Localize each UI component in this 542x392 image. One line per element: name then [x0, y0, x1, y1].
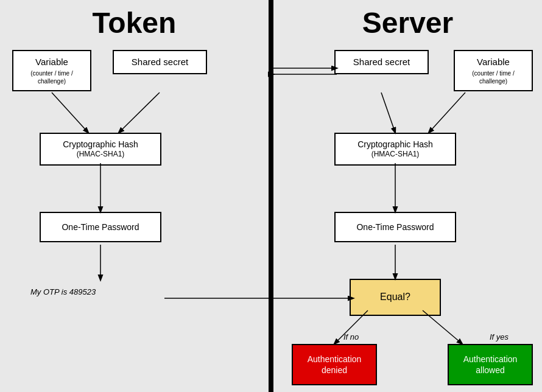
panel-divider	[269, 0, 273, 392]
server-equal-label: Equal?	[358, 291, 432, 304]
server-otp-label: One-Time Password	[343, 222, 448, 233]
server-shared-secret-box: Shared secret	[334, 50, 429, 74]
server-variable-sub: (counter / time / challenge)	[462, 69, 524, 85]
diagram-container: Token Variable (counter / time / challen…	[0, 0, 542, 392]
auth-denied-label: Authentication denied	[298, 354, 371, 376]
svg-line-1	[119, 93, 160, 133]
token-panel: Token Variable (counter / time / challen…	[0, 0, 269, 392]
server-variable-box: Variable (counter / time / challenge)	[454, 50, 533, 91]
token-hash-sub: (HMAC-SHA1)	[48, 150, 153, 159]
token-shared-secret-box: Shared secret	[113, 50, 207, 74]
server-otp-box: One-Time Password	[334, 212, 456, 242]
token-hash-label: Cryptographic Hash	[48, 139, 153, 150]
auth-allowed-box: Authentication allowed	[448, 344, 533, 385]
token-hash-box: Cryptographic Hash (HMAC-SHA1)	[40, 133, 161, 166]
auth-denied-box: Authentication denied	[292, 344, 377, 385]
server-equal-box: Equal?	[350, 279, 441, 316]
if-no-label: If no	[343, 332, 359, 341]
token-shared-secret-label: Shared secret	[121, 56, 199, 68]
token-variable-box: Variable (counter / time / challenge)	[12, 50, 91, 91]
if-yes-label: If yes	[490, 332, 509, 341]
server-hash-label: Cryptographic Hash	[343, 139, 448, 150]
auth-allowed-label: Authentication allowed	[454, 354, 527, 376]
svg-line-5	[429, 93, 465, 133]
token-otp-box: One-Time Password	[40, 212, 161, 242]
server-variable-label: Variable	[462, 56, 524, 68]
token-variable-label: Variable	[21, 56, 83, 68]
server-hash-sub: (HMAC-SHA1)	[343, 150, 448, 159]
svg-line-4	[381, 93, 395, 133]
server-panel: Server Shared secret Variable (counter /…	[273, 0, 542, 392]
server-title: Server	[280, 6, 536, 40]
server-shared-secret-label: Shared secret	[343, 56, 420, 68]
token-otp-label: One-Time Password	[48, 222, 153, 233]
token-variable-sub: (counter / time / challenge)	[21, 69, 83, 85]
token-title: Token	[6, 6, 262, 40]
otp-message-label: My OTP is 489523	[30, 287, 96, 296]
svg-line-0	[52, 93, 88, 133]
server-hash-box: Cryptographic Hash (HMAC-SHA1)	[334, 133, 456, 166]
